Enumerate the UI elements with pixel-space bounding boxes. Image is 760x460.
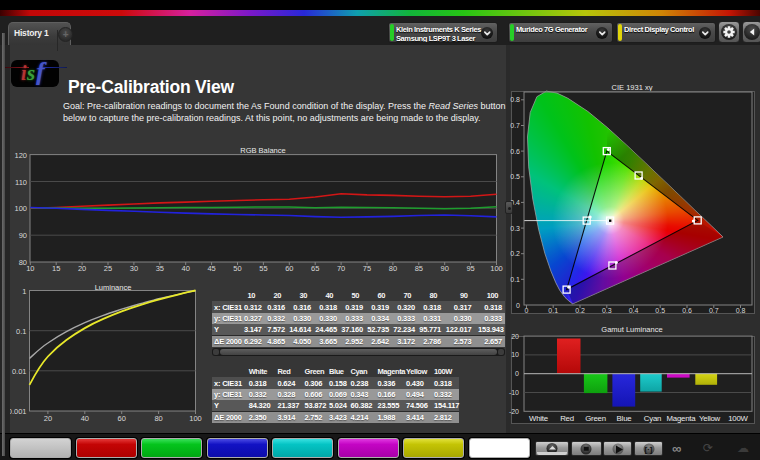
svg-text:100: 100 (14, 204, 27, 213)
svg-text:80: 80 (389, 264, 397, 272)
svg-text:0.8: 0.8 (510, 96, 520, 103)
svg-text:0.2: 0.2 (510, 250, 520, 257)
svg-text:90: 90 (441, 264, 449, 272)
svg-text:RGB Balance: RGB Balance (240, 146, 285, 155)
svg-text:1: 1 (22, 287, 26, 296)
svg-text:0.4: 0.4 (629, 307, 639, 314)
svg-text:40: 40 (182, 264, 190, 272)
svg-text:0.8: 0.8 (736, 307, 746, 314)
svg-text:0.3: 0.3 (602, 307, 612, 314)
svg-text:20: 20 (44, 414, 52, 423)
svg-text:0.01: 0.01 (12, 367, 27, 376)
svg-text:100W: 100W (728, 414, 748, 423)
svg-text:0.6: 0.6 (682, 307, 692, 314)
svg-text:Blue: Blue (617, 414, 632, 423)
svg-text:0: 0 (516, 302, 520, 309)
svg-text:0: 0 (515, 370, 519, 377)
svg-text:40: 40 (81, 414, 89, 423)
svg-text:White: White (529, 414, 548, 423)
svg-text:30: 30 (130, 264, 138, 272)
svg-text:0.5: 0.5 (510, 173, 520, 180)
svg-text:-20: -20 (509, 408, 519, 415)
svg-text:100: 100 (189, 414, 202, 423)
svg-text:15: 15 (52, 264, 60, 272)
svg-text:60: 60 (285, 264, 293, 272)
svg-text:Cyan: Cyan (644, 414, 661, 423)
svg-text:0.5: 0.5 (655, 307, 665, 314)
svg-text:10: 10 (511, 351, 519, 358)
svg-text:Red: Red (560, 414, 574, 423)
svg-text:0.7: 0.7 (709, 307, 719, 314)
svg-text:110: 110 (15, 178, 27, 187)
svg-text:75: 75 (363, 264, 371, 272)
svg-text:0.3: 0.3 (510, 225, 520, 232)
svg-text:0: 0 (525, 307, 529, 314)
svg-text:0.7: 0.7 (510, 122, 520, 129)
svg-text:50: 50 (233, 264, 241, 272)
svg-text:70: 70 (337, 264, 345, 272)
svg-text:Green: Green (585, 414, 606, 423)
svg-text:0.1: 0.1 (548, 307, 558, 314)
svg-text:60: 60 (118, 414, 126, 423)
svg-text:0.1: 0.1 (16, 327, 26, 336)
svg-text:65: 65 (311, 264, 319, 272)
svg-text:80: 80 (154, 414, 162, 423)
svg-text:35: 35 (156, 264, 164, 272)
svg-text:85: 85 (415, 264, 423, 272)
svg-text:120: 120 (14, 151, 27, 160)
svg-text:95: 95 (466, 264, 474, 272)
svg-text:Yellow: Yellow (699, 414, 721, 423)
svg-text:0.6: 0.6 (510, 148, 520, 155)
svg-text:20: 20 (511, 333, 519, 340)
svg-text:25: 25 (104, 264, 112, 272)
svg-text:0.2: 0.2 (575, 307, 585, 314)
svg-text:55: 55 (259, 264, 267, 272)
svg-text:0.1: 0.1 (510, 276, 520, 283)
svg-text:90: 90 (19, 231, 27, 240)
svg-text:20: 20 (78, 264, 86, 272)
svg-text:Magenta: Magenta (667, 414, 697, 423)
svg-text:100: 100 (490, 264, 503, 272)
svg-text:45: 45 (207, 264, 215, 272)
svg-text:0.001: 0.001 (10, 407, 27, 416)
svg-text:-10: -10 (509, 389, 519, 396)
svg-text:10: 10 (26, 264, 34, 272)
